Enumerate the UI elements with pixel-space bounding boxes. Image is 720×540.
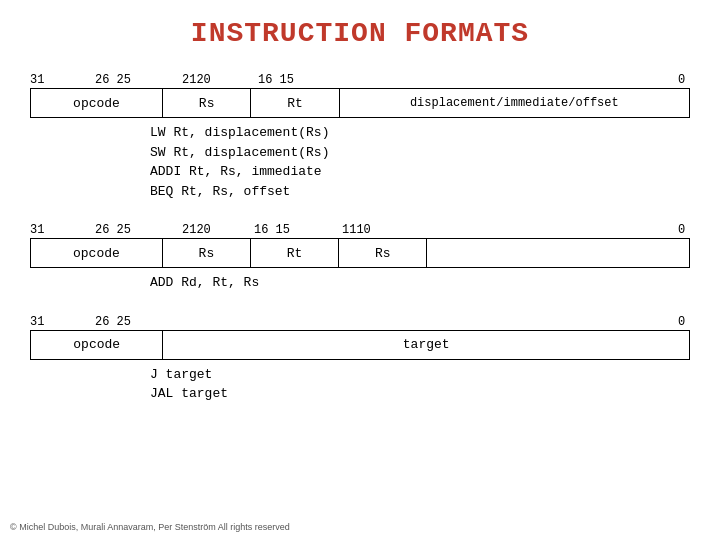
format3-bit-labels: 31 26 25 0 xyxy=(30,311,690,329)
instruction-addi: ADDI Rt, Rs, immediate xyxy=(150,162,690,182)
bit-label: 31 xyxy=(30,223,44,237)
bit-label: 2120 xyxy=(182,73,211,87)
instruction-sw: SW Rt, displacement(Rs) xyxy=(150,143,690,163)
bit-label: 1110 xyxy=(342,223,371,237)
bit-label: 26 25 xyxy=(95,315,131,329)
bit-label: 26 25 xyxy=(95,223,131,237)
format1-rt: Rt xyxy=(251,89,339,117)
format2-section: 31 26 25 2120 16 15 1110 0 opcode Rs Rt … xyxy=(30,219,690,293)
instruction-jal: JAL target xyxy=(150,384,690,404)
format3-section: 31 26 25 0 opcode target J target JAL ta… xyxy=(30,311,690,404)
instruction-add: ADD Rd, Rt, Rs xyxy=(150,273,690,293)
bit-label: 0 xyxy=(678,223,685,237)
bit-label: 0 xyxy=(678,315,685,329)
format3-row: opcode target xyxy=(30,330,690,360)
instruction-j: J target xyxy=(150,365,690,385)
format1-row: opcode Rs Rt displacement/immediate/offs… xyxy=(30,88,690,118)
format2-funct xyxy=(427,239,689,267)
format3-instructions: J target JAL target xyxy=(150,365,690,404)
format1-rs: Rs xyxy=(163,89,251,117)
format1-instructions: LW Rt, displacement(Rs) SW Rt, displacem… xyxy=(150,123,690,201)
instruction-beq: BEQ Rt, Rs, offset xyxy=(150,182,690,202)
format1-opcode: opcode xyxy=(31,89,163,117)
format3-target: target xyxy=(163,331,689,359)
bit-label: 16 15 xyxy=(254,223,290,237)
format2-opcode: opcode xyxy=(31,239,163,267)
bit-label: 31 xyxy=(30,73,44,87)
copyright: © Michel Dubois, Murali Annavaram, Per S… xyxy=(10,522,290,532)
bit-label: 0 xyxy=(678,73,685,87)
format1-bit-labels: 31 26 25 2120 16 15 0 xyxy=(30,69,690,87)
page-title: INSTRUCTION FORMATS xyxy=(0,0,720,59)
bit-label: 2120 xyxy=(182,223,211,237)
format2-bit-labels: 31 26 25 2120 16 15 1110 0 xyxy=(30,219,690,237)
format2-instructions: ADD Rd, Rt, Rs xyxy=(150,273,690,293)
bit-label: 26 25 xyxy=(95,73,131,87)
format3-opcode: opcode xyxy=(31,331,163,359)
bit-label: 16 15 xyxy=(258,73,294,87)
format2-rs: Rs xyxy=(163,239,251,267)
bit-label: 31 xyxy=(30,315,44,329)
format2-rd: Rs xyxy=(339,239,427,267)
instruction-lw: LW Rt, displacement(Rs) xyxy=(150,123,690,143)
format1-section: 31 26 25 2120 16 15 0 opcode Rs Rt displ… xyxy=(30,69,690,201)
format1-displacement: displacement/immediate/offset xyxy=(340,89,689,117)
format2-rt: Rt xyxy=(251,239,339,267)
format2-row: opcode Rs Rt Rs xyxy=(30,238,690,268)
